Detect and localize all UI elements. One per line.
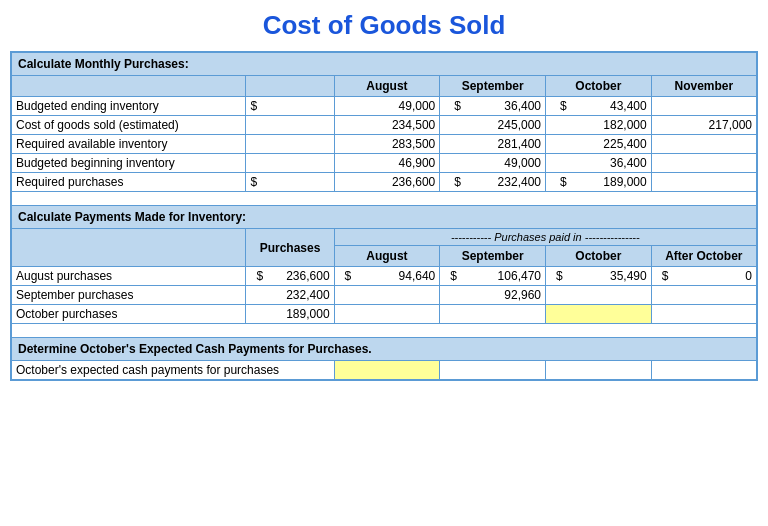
s2-purchases-paid-label: ----------- Purchases paid in ----------… <box>334 229 757 246</box>
s3-row-0: October's expected cash payments for pur… <box>11 361 757 381</box>
s1-r3-aug-dollar <box>246 154 334 173</box>
s1-r0-aug: 49,000 <box>334 97 440 116</box>
s2-r1-pur: 232,400 <box>246 286 334 305</box>
s2-row-2: October purchases 189,000 <box>11 305 757 324</box>
s2-r0-after: $ 0 <box>651 267 757 286</box>
s2-empty-row <box>11 324 757 338</box>
s1-col-sep: September <box>440 76 546 97</box>
s1-r2-aug-dollar <box>246 135 334 154</box>
s2-label-col <box>11 229 246 267</box>
s1-r1-aug-dollar <box>246 116 334 135</box>
section2-header: Calculate Payments Made for Inventory: <box>11 206 757 229</box>
s1-r4-oct-dollar: $ <box>560 175 567 189</box>
s1-r3-aug: 46,900 <box>334 154 440 173</box>
s1-r4-sep: $ 232,400 <box>440 173 546 192</box>
s3-empty2 <box>546 361 652 381</box>
s1-r3-nov <box>651 154 757 173</box>
s1-r0-oct: $ 43,400 <box>546 97 652 116</box>
s2-r0-oct-dollar: $ <box>556 269 563 283</box>
s2-col-aug: August <box>334 246 440 267</box>
section1-header-row: Calculate Monthly Purchases: <box>11 52 757 76</box>
s2-r0-aug: $ 94,640 <box>334 267 440 286</box>
s2-r0-oct-val: 35,490 <box>610 269 647 283</box>
s1-r0-nov <box>651 97 757 116</box>
s2-r1-oct <box>546 286 652 305</box>
s2-r1-aug <box>334 286 440 305</box>
s2-r0-label: August purchases <box>11 267 246 286</box>
s1-r4-label: Required purchases <box>11 173 246 192</box>
page-title: Cost of Goods Sold <box>10 10 758 41</box>
s1-r4-sep-dollar: $ <box>454 175 461 189</box>
s1-r2-sep: 281,400 <box>440 135 546 154</box>
s1-r4-aug: 236,600 <box>334 173 440 192</box>
s1-r1-nov: 217,000 <box>651 116 757 135</box>
s1-r0-sep-dollar: $ <box>454 99 461 113</box>
section1-col-header-row: August September October November <box>11 76 757 97</box>
s1-r0-sep-val: 36,400 <box>504 99 541 113</box>
s2-r2-aug <box>334 305 440 324</box>
section2-purchases-label-row: Purchases ----------- Purchases paid in … <box>11 229 757 246</box>
s1-col-aug: August <box>334 76 440 97</box>
s2-purchases-col: Purchases <box>246 229 334 267</box>
s2-r2-label: October purchases <box>11 305 246 324</box>
s1-col0 <box>11 76 246 97</box>
s2-r2-oct <box>546 305 652 324</box>
s1-r3-label: Budgeted beginning inventory <box>11 154 246 173</box>
s1-row-3: Budgeted beginning inventory 46,900 49,0… <box>11 154 757 173</box>
s2-r1-sep: 92,960 <box>440 286 546 305</box>
section3-header-row: Determine October's Expected Cash Paymen… <box>11 338 757 361</box>
s1-row-2: Required available inventory 283,500 281… <box>11 135 757 154</box>
s1-r1-aug: 234,500 <box>334 116 440 135</box>
s2-r0-oct: $ 35,490 <box>546 267 652 286</box>
s2-r0-pur-val: 236,600 <box>286 269 329 283</box>
s2-r2-sep <box>440 305 546 324</box>
section3-header: Determine October's Expected Cash Paymen… <box>11 338 757 361</box>
s2-r0-pur-dollar: $ <box>256 269 263 283</box>
s2-col-sep: September <box>440 246 546 267</box>
s1-r0-label: Budgeted ending inventory <box>11 97 246 116</box>
s1-empty-row <box>11 192 757 206</box>
section1-header: Calculate Monthly Purchases: <box>11 52 757 76</box>
s1-r2-oct: 225,400 <box>546 135 652 154</box>
s1-r0-sep: $ 36,400 <box>440 97 546 116</box>
s1-row-1: Cost of goods sold (estimated) 234,500 2… <box>11 116 757 135</box>
s1-col-nov: November <box>651 76 757 97</box>
s1-r4-sep-val: 232,400 <box>498 175 541 189</box>
s1-r4-nov <box>651 173 757 192</box>
s2-r0-sep: $ 106,470 <box>440 267 546 286</box>
s2-r2-after <box>651 305 757 324</box>
s1-col-oct: October <box>546 76 652 97</box>
s1-r0-oct-dollar: $ <box>560 99 567 113</box>
s2-r2-pur: 189,000 <box>246 305 334 324</box>
s2-r0-after-val: 0 <box>745 269 752 283</box>
s3-empty1 <box>440 361 546 381</box>
s2-col-oct: October <box>546 246 652 267</box>
s3-label: October's expected cash payments for pur… <box>11 361 334 381</box>
s1-r2-nov <box>651 135 757 154</box>
s2-row-0: August purchases $ 236,600 $ 94,640 $ 10… <box>11 267 757 286</box>
s2-r0-aug-val: 94,640 <box>399 269 436 283</box>
s3-value[interactable] <box>334 361 440 381</box>
s1-r3-sep: 49,000 <box>440 154 546 173</box>
section2-header-row: Calculate Payments Made for Inventory: <box>11 206 757 229</box>
s1-r1-oct: 182,000 <box>546 116 652 135</box>
s1-r2-aug: 283,500 <box>334 135 440 154</box>
s1-r0-oct-val: 43,400 <box>610 99 647 113</box>
s2-r0-aug-dollar: $ <box>345 269 352 283</box>
s2-row-1: September purchases 232,400 92,960 <box>11 286 757 305</box>
s2-r0-sep-dollar: $ <box>450 269 457 283</box>
s1-r3-oct: 36,400 <box>546 154 652 173</box>
s2-r0-after-dollar: $ <box>662 269 669 283</box>
s1-r1-sep: 245,000 <box>440 116 546 135</box>
s1-r4-oct: $ 189,000 <box>546 173 652 192</box>
s1-r1-label: Cost of goods sold (estimated) <box>11 116 246 135</box>
s2-col-after: After October <box>651 246 757 267</box>
s2-r1-label: September purchases <box>11 286 246 305</box>
s1-r0-aug-dollar: $ <box>246 97 334 116</box>
s2-r0-pur: $ 236,600 <box>246 267 334 286</box>
s1-r2-label: Required available inventory <box>11 135 246 154</box>
s1-r4-oct-val: 189,000 <box>603 175 646 189</box>
s2-r1-after <box>651 286 757 305</box>
s1-row-0: Budgeted ending inventory $ 49,000 $ 36,… <box>11 97 757 116</box>
main-table: Calculate Monthly Purchases: August Sept… <box>10 51 758 381</box>
